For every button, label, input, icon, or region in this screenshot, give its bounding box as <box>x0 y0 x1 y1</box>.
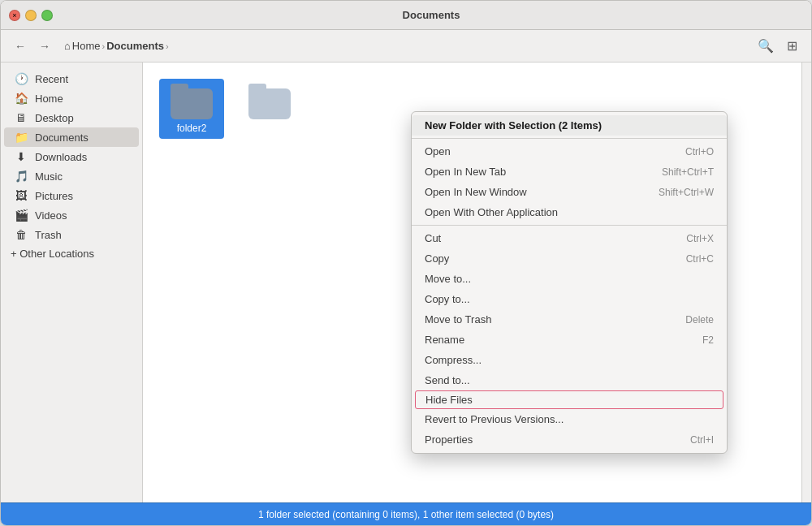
view-toggle-button[interactable]: ⊞ <box>780 35 803 58</box>
file-manager-window: × Documents ← → ⌂ Home › Documents › <box>0 0 812 526</box>
menu-item-copy-to[interactable]: Copy to... <box>412 289 727 309</box>
context-menu: New Folder with Selection (2 Items) Open… <box>411 111 728 454</box>
menu-label-open: Open <box>425 145 451 157</box>
menu-label-rename: Rename <box>425 334 464 346</box>
sidebar-label-videos: Videos <box>35 209 67 222</box>
menu-label-copy: Copy <box>425 252 449 265</box>
folder2-icon <box>171 84 213 119</box>
back-button[interactable]: ← <box>9 35 32 58</box>
menu-separator-1 <box>412 138 727 139</box>
menu-item-open-new-window[interactable]: Open In New Window Shift+Ctrl+W <box>412 182 727 202</box>
videos-icon: 🎬 <box>14 209 28 222</box>
sidebar-item-recent[interactable]: 🕐 Recent <box>4 69 139 88</box>
sidebar-label-music: Music <box>35 170 63 183</box>
downloads-icon: ⬇ <box>14 150 28 163</box>
breadcrumb-home-icon: ⌂ <box>64 40 71 52</box>
close-button[interactable]: × <box>9 10 20 21</box>
menu-item-move-to-trash[interactable]: Move to Trash Delete <box>412 309 727 330</box>
scrollbar[interactable] <box>801 63 811 502</box>
back-icon: ← <box>15 40 26 53</box>
menu-separator-2 <box>412 225 727 226</box>
window-controls: × <box>9 10 53 21</box>
maximize-button[interactable] <box>41 10 53 21</box>
grid-view-icon: ⊞ <box>787 38 797 54</box>
menu-item-rename[interactable]: Rename F2 <box>412 330 727 350</box>
sidebar-item-trash[interactable]: 🗑 Trash <box>4 225 139 244</box>
folder3-icon <box>248 84 291 119</box>
breadcrumb: ⌂ Home › Documents › <box>64 40 169 52</box>
file-item-folder3[interactable] <box>237 79 302 139</box>
close-icon: × <box>12 11 16 19</box>
menu-shortcut-move-to-trash: Delete <box>685 314 714 326</box>
menu-item-revert[interactable]: Revert to Previous Versions... <box>412 409 727 429</box>
window-title: Documents <box>59 9 803 21</box>
toolbar-right: 🔍 ⊞ <box>754 35 803 58</box>
menu-label-copy-to: Copy to... <box>425 293 470 305</box>
sidebar-label-desktop: Desktop <box>35 112 74 124</box>
sidebar-item-desktop[interactable]: 🖥 Desktop <box>4 108 139 127</box>
menu-item-properties[interactable]: Properties Ctrl+I <box>412 429 727 450</box>
pictures-icon: 🖼 <box>14 189 28 202</box>
menu-item-hide-files[interactable]: Hide Files <box>415 390 723 409</box>
menu-label-open-other-app: Open With Other Application <box>425 206 558 218</box>
desktop-icon: 🖥 <box>14 111 28 124</box>
main-content: 🕐 Recent 🏠 Home 🖥 Desktop 📁 Documents ⬇ … <box>1 63 811 502</box>
recent-icon: 🕐 <box>14 72 28 85</box>
forward-button[interactable]: → <box>33 35 56 58</box>
menu-label-open-new-tab: Open In New Tab <box>425 166 506 178</box>
file-label-folder2: folder2 <box>177 123 207 134</box>
toolbar: ← → ⌂ Home › Documents › 🔍 ⊞ <box>1 30 811 63</box>
menu-label-move-to: Move to... <box>425 273 471 285</box>
sidebar-item-other-locations[interactable]: + Other Locations <box>1 244 142 263</box>
trash-icon: 🗑 <box>14 228 28 241</box>
menu-label-hide-files: Hide Files <box>425 394 473 406</box>
menu-item-open[interactable]: Open Ctrl+O <box>412 141 727 162</box>
search-button[interactable]: 🔍 <box>754 35 777 58</box>
menu-item-move-to[interactable]: Move to... <box>412 269 727 289</box>
menu-item-copy[interactable]: Copy Ctrl+C <box>412 248 727 269</box>
forward-icon: → <box>39 40 50 53</box>
sidebar-item-documents[interactable]: 📁 Documents <box>4 127 139 147</box>
nav-buttons: ← → <box>9 35 56 58</box>
sidebar-label-pictures: Pictures <box>35 190 73 202</box>
sidebar: 🕐 Recent 🏠 Home 🖥 Desktop 📁 Documents ⬇ … <box>1 63 143 502</box>
home-icon: 🏠 <box>14 92 28 105</box>
sidebar-label-documents: Documents <box>35 132 89 144</box>
menu-shortcut-open: Ctrl+O <box>685 146 714 157</box>
menu-item-cut[interactable]: Cut Ctrl+X <box>412 228 727 248</box>
sidebar-item-pictures[interactable]: 🖼 Pictures <box>4 186 139 205</box>
file-area: folder2 New Folder with Selection (2 Ite… <box>143 63 811 502</box>
music-icon: 🎵 <box>14 170 28 183</box>
context-menu-header: New Folder with Selection (2 Items) <box>412 115 727 136</box>
menu-label-compress: Compress... <box>425 354 482 366</box>
sidebar-item-downloads[interactable]: ⬇ Downloads <box>4 147 139 166</box>
sidebar-label-home: Home <box>35 93 63 105</box>
menu-label-send-to: Send to... <box>425 374 470 386</box>
sidebar-item-home[interactable]: 🏠 Home <box>4 88 139 108</box>
menu-label-open-new-window: Open In New Window <box>425 186 527 198</box>
menu-shortcut-rename: F2 <box>702 334 714 346</box>
breadcrumb-documents[interactable]: Documents <box>106 40 164 52</box>
menu-label-cut: Cut <box>425 232 441 244</box>
statusbar-text: 1 folder selected (containing 0 items), … <box>258 509 554 520</box>
sidebar-label-trash: Trash <box>35 229 62 241</box>
breadcrumb-home[interactable]: Home <box>72 40 101 52</box>
file-item-folder2[interactable]: folder2 <box>159 79 224 139</box>
breadcrumb-separator-1: › <box>102 41 106 51</box>
documents-icon: 📁 <box>14 131 28 144</box>
menu-item-open-other-app[interactable]: Open With Other Application <box>412 202 727 222</box>
menu-shortcut-properties: Ctrl+I <box>690 434 714 446</box>
other-locations-label: + Other Locations <box>11 248 94 260</box>
menu-item-compress[interactable]: Compress... <box>412 350 727 370</box>
sidebar-item-videos[interactable]: 🎬 Videos <box>4 205 139 225</box>
menu-shortcut-open-new-window: Shift+Ctrl+W <box>659 187 714 198</box>
menu-shortcut-open-new-tab: Shift+Ctrl+T <box>662 166 714 178</box>
menu-item-open-new-tab[interactable]: Open In New Tab Shift+Ctrl+T <box>412 162 727 182</box>
sidebar-item-music[interactable]: 🎵 Music <box>4 166 139 186</box>
menu-shortcut-cut: Ctrl+X <box>686 233 714 244</box>
menu-shortcut-copy: Ctrl+C <box>686 253 714 265</box>
minimize-button[interactable] <box>25 10 37 21</box>
statusbar: 1 folder selected (containing 0 items), … <box>1 502 811 525</box>
menu-label-move-to-trash: Move to Trash <box>425 313 491 326</box>
menu-item-send-to[interactable]: Send to... <box>412 370 727 390</box>
